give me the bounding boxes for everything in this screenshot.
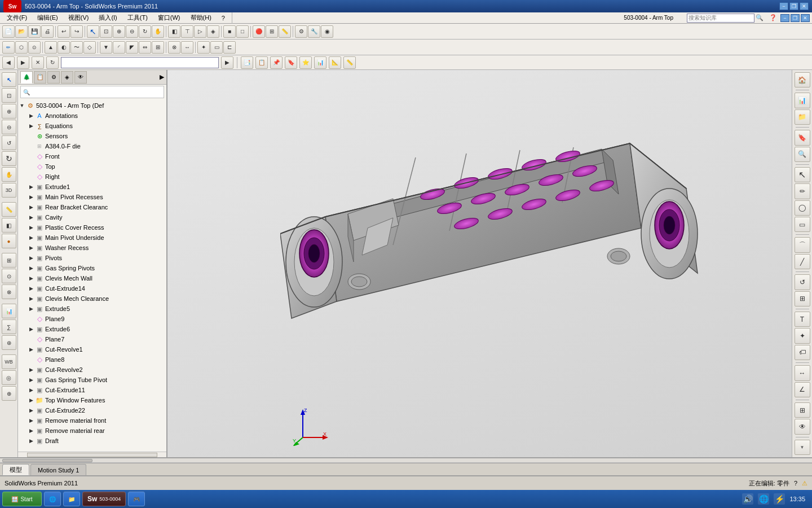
menu-window[interactable]: 窗口(W)	[153, 12, 185, 23]
tree-item-cut-revolve2[interactable]: ▶ ▣ Cut-Revolve2	[18, 365, 166, 375]
zoom-in-btn[interactable]: ⊕	[113, 25, 125, 38]
right-expand[interactable]	[27, 173, 35, 181]
url-input[interactable]: http://sports.163.com/special/00051DRT	[61, 57, 219, 68]
lt-feature-stats[interactable]: ⊞	[2, 253, 16, 268]
rp-curve[interactable]: ⌒	[795, 237, 810, 252]
menu-file[interactable]: 文件(F)	[2, 12, 32, 23]
equations-expand[interactable]: ▶	[27, 122, 35, 130]
close-button[interactable]: ✕	[800, 2, 809, 10]
tree-item-plane9[interactable]: ◇ Plane9	[18, 314, 166, 324]
fillet-btn[interactable]: ◜	[113, 41, 125, 54]
pan-btn[interactable]: ✋	[152, 25, 164, 38]
lt-zoom-region[interactable]: ⊡	[2, 88, 16, 103]
new-btn[interactable]: 📄	[2, 25, 15, 38]
tree-item-annotations[interactable]: ▶ A Annotations	[18, 111, 166, 121]
cavity-expand[interactable]: ▶	[27, 213, 35, 221]
lt-pan[interactable]: ✋	[2, 167, 16, 182]
url-icon1[interactable]: 📑	[241, 56, 253, 69]
display-mgr-tab[interactable]: 👁	[74, 71, 87, 84]
cut-revolve1-expand[interactable]: ▶	[27, 345, 35, 353]
tray-icon-3[interactable]: ⚡	[774, 493, 785, 505]
open-btn[interactable]: 📂	[15, 25, 28, 38]
extrude1-expand[interactable]: ▶	[27, 183, 35, 191]
rotate-btn[interactable]: ↻	[139, 25, 151, 38]
rp-eye[interactable]: 👁	[795, 419, 810, 434]
plane9-expand[interactable]	[27, 315, 35, 323]
tree-item-gas-spring-tube[interactable]: ▶ ▣ Gas Spring Tube Pivot	[18, 375, 166, 385]
tree-hscroll[interactable]	[18, 452, 166, 457]
tree-item-remove-front[interactable]: ▶ ▣ Remove material front	[18, 415, 166, 426]
gas-spring-tube-expand[interactable]: ▶	[27, 376, 35, 384]
ft-expand-arrow[interactable]: ▶	[160, 73, 164, 81]
section-view-btn[interactable]: ⊞	[266, 25, 278, 38]
loft-btn[interactable]: ◇	[83, 41, 96, 54]
tree-item-extrude5[interactable]: ▶ ▣ Extrude5	[18, 304, 166, 314]
taskbar-game[interactable]: 🎮	[128, 492, 145, 506]
tb-btn-9[interactable]: ◉	[321, 25, 333, 38]
rp-home[interactable]: 🏠	[795, 72, 810, 87]
rp-line[interactable]: ╱	[795, 254, 810, 269]
start-button[interactable]: 🪟 Start	[2, 492, 42, 506]
rp-cursor[interactable]: ↖	[795, 167, 810, 182]
mate-btn[interactable]: ⊗	[168, 41, 180, 54]
rp-search[interactable]: 🔍	[795, 147, 810, 162]
tree-item-clevis-clear[interactable]: ▶ ▣ Clevis Mech Clearance	[18, 294, 166, 304]
main-pivot-under-expand[interactable]: ▶	[27, 234, 35, 242]
tree-item-right[interactable]: ◇ Right	[18, 172, 166, 182]
top-view-btn[interactable]: ⊤	[181, 25, 193, 38]
tree-item-plane7[interactable]: ◇ Plane7	[18, 334, 166, 344]
tree-item-remove-rear[interactable]: ▶ ▣ Remove material rear	[18, 426, 166, 436]
knowledge-search[interactable]	[687, 14, 754, 23]
clevis-wall-expand[interactable]: ▶	[27, 274, 35, 282]
tb-btn-8[interactable]: 🔧	[308, 25, 320, 38]
wireframe-btn[interactable]: □	[236, 25, 249, 38]
smart-dim-btn[interactable]: ↔	[181, 41, 193, 54]
plane8-expand[interactable]	[27, 356, 35, 364]
url-icon2[interactable]: 📋	[255, 56, 268, 69]
lt-sensors[interactable]: ⊛	[2, 335, 16, 350]
tree-item-cut-extrude14[interactable]: ▶ ▣ Cut-Extrude14	[18, 283, 166, 294]
remove-rear-expand[interactable]: ▶	[27, 427, 35, 435]
tree-item-top[interactable]: ◇ Top	[18, 161, 166, 172]
front-expand[interactable]	[27, 152, 35, 160]
weld-btn[interactable]: ✦	[197, 41, 210, 54]
lt-3d-sketch[interactable]: 3D	[2, 183, 16, 198]
plane7-expand[interactable]	[27, 335, 35, 343]
lt-select[interactable]: ↖	[2, 72, 16, 87]
extrude-btn[interactable]: ▲	[45, 41, 57, 54]
lt-rotate[interactable]: ↻	[2, 151, 16, 166]
tray-icon-2[interactable]: 🌐	[758, 493, 769, 505]
cut-extrude14-expand[interactable]: ▶	[27, 284, 35, 292]
zoom-out-btn[interactable]: ⊖	[126, 25, 138, 38]
tree-item-cut-extrude22[interactable]: ▶ ▣ Cut-Extrude22	[18, 405, 166, 415]
url-icon7[interactable]: 📐	[329, 56, 341, 69]
rp-folder[interactable]: 📁	[795, 110, 810, 125]
url-icon5[interactable]: ⭐	[299, 56, 312, 69]
lt-assembly-ref[interactable]: ⊙	[2, 269, 16, 283]
pattern-btn[interactable]: ⊞	[152, 41, 164, 54]
lt-equations[interactable]: ∑	[2, 319, 16, 334]
measure-btn[interactable]: 📏	[279, 25, 291, 38]
rp-down[interactable]: ▼	[795, 440, 810, 455]
rp-dim[interactable]: ↔	[795, 365, 810, 380]
url-back-btn[interactable]: ◀	[2, 56, 15, 69]
material-expand[interactable]	[27, 142, 35, 150]
taskbar-sw[interactable]: Sw 503-0004	[82, 492, 126, 506]
url-icon4[interactable]: 🔖	[285, 56, 297, 69]
dim-xpert-tab[interactable]: ◈	[61, 71, 73, 84]
lt-zoom-fit[interactable]: ⊕	[2, 104, 16, 119]
config-mgr-tab[interactable]: ⚙	[47, 71, 60, 84]
lt-design-table[interactable]: 📊	[2, 304, 16, 318]
lt-mate[interactable]: ⊗	[2, 284, 16, 299]
shaded-btn[interactable]: ■	[223, 25, 236, 38]
iso-view-btn[interactable]: ◈	[207, 25, 219, 38]
features-btn[interactable]: ⬡	[15, 41, 28, 54]
sub-close[interactable]: ✕	[801, 14, 810, 22]
gas-spring-pivots-expand[interactable]: ▶	[27, 264, 35, 272]
lt-zoom-out[interactable]: ⊖	[2, 120, 16, 134]
assembly-btn[interactable]: ⊙	[28, 41, 41, 54]
minimize-button[interactable]: −	[779, 2, 788, 10]
revolve-btn[interactable]: ◐	[58, 41, 70, 54]
rp-pattern[interactable]: ⊞	[795, 291, 810, 306]
lt-prev-view[interactable]: ↺	[2, 135, 16, 150]
